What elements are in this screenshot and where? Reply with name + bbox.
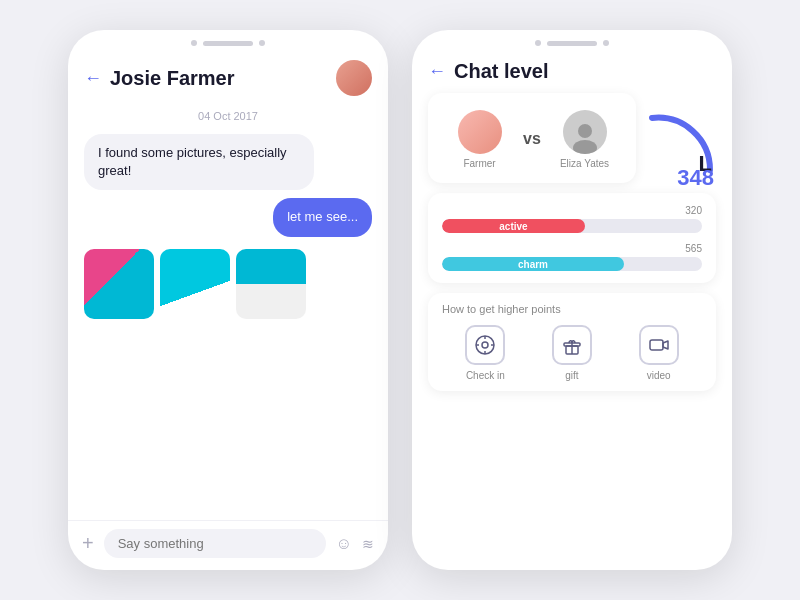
vs-player2: Eliza Yates bbox=[547, 110, 622, 169]
tips-title: How to get higher points bbox=[442, 303, 702, 315]
image-thumb-2[interactable] bbox=[160, 249, 230, 319]
contact-avatar[interactable] bbox=[336, 60, 372, 96]
stat-charm-label: charm bbox=[518, 259, 548, 270]
stats-card: 320 active 565 charm bbox=[428, 193, 716, 283]
avatar-image bbox=[336, 60, 372, 96]
back-arrow-level-icon[interactable]: ← bbox=[428, 61, 446, 82]
image-thumb-1[interactable] bbox=[84, 249, 154, 319]
tip-video-label: video bbox=[647, 370, 671, 381]
chat-input-bar: + ☺ ≋ bbox=[68, 520, 388, 570]
notch-dot-r bbox=[535, 40, 541, 46]
chat-header: ← Josie Farmer bbox=[68, 52, 388, 106]
stat-active-bar-bg: active bbox=[442, 219, 702, 233]
player2-name: Eliza Yates bbox=[560, 158, 609, 169]
stat-charm-bar-fill: charm bbox=[442, 257, 624, 271]
screen-container: ← Josie Farmer 04 Oct 2017 I found some … bbox=[0, 0, 800, 600]
chat-phone: ← Josie Farmer 04 Oct 2017 I found some … bbox=[68, 30, 388, 570]
level-phone: ← Chat level Farmer vs bbox=[412, 30, 732, 570]
notch-bar-r bbox=[547, 41, 597, 46]
svg-point-1 bbox=[573, 140, 597, 154]
level-arc-section: L 348 bbox=[644, 93, 716, 183]
image-thumb-3[interactable] bbox=[236, 249, 306, 319]
tip-gift-label: gift bbox=[565, 370, 578, 381]
level-number-display: 348 bbox=[677, 165, 714, 191]
phone-notch-left bbox=[68, 30, 388, 52]
date-separator: 04 Oct 2017 bbox=[84, 110, 372, 122]
notch-bar bbox=[203, 41, 253, 46]
vs-card: Farmer vs Eliza Yates bbox=[428, 93, 636, 183]
vs-player1: Farmer bbox=[442, 110, 517, 169]
level-number: 348 bbox=[677, 165, 714, 190]
tip-check-in-label: Check in bbox=[466, 370, 505, 381]
svg-point-3 bbox=[482, 342, 488, 348]
stat-active-value: 320 bbox=[442, 205, 702, 216]
level-page-title: Chat level bbox=[454, 60, 716, 83]
stat-active-row: 320 active bbox=[442, 205, 702, 233]
stat-charm-bar-bg: charm bbox=[442, 257, 702, 271]
notch-dot2-r bbox=[603, 40, 609, 46]
notch-dot2 bbox=[259, 40, 265, 46]
player2-avatar bbox=[563, 110, 607, 154]
level-header: ← Chat level bbox=[412, 52, 732, 93]
message-input[interactable] bbox=[104, 529, 326, 558]
player1-avatar bbox=[458, 110, 502, 154]
video-icon bbox=[639, 325, 679, 365]
wave-icon[interactable]: ≋ bbox=[362, 536, 374, 552]
stat-active-bar-fill: active bbox=[442, 219, 585, 233]
gift-icon bbox=[552, 325, 592, 365]
svg-point-0 bbox=[578, 124, 592, 138]
back-arrow-icon[interactable]: ← bbox=[84, 68, 102, 89]
stat-active-label: active bbox=[499, 221, 527, 232]
check-in-icon bbox=[465, 325, 505, 365]
phone-notch-right bbox=[412, 30, 732, 52]
level-content: Farmer vs Eliza Yates bbox=[412, 93, 732, 570]
chat-contact-name: Josie Farmer bbox=[110, 67, 328, 90]
tip-gift[interactable]: gift bbox=[552, 325, 592, 381]
add-attachment-icon[interactable]: + bbox=[82, 532, 94, 555]
sent-message-1: let me see... bbox=[273, 198, 372, 236]
notch-dot bbox=[191, 40, 197, 46]
player1-name: Farmer bbox=[463, 158, 495, 169]
chat-messages-area: 04 Oct 2017 I found some pictures, espec… bbox=[68, 106, 388, 520]
tips-card: How to get higher points bbox=[428, 293, 716, 391]
vs-label: vs bbox=[517, 130, 547, 148]
svg-rect-11 bbox=[650, 340, 663, 350]
tips-icons-row: Check in gift bbox=[442, 325, 702, 381]
image-attachments bbox=[84, 249, 372, 319]
stat-charm-value: 565 bbox=[442, 243, 702, 254]
tip-video[interactable]: video bbox=[639, 325, 679, 381]
emoji-icon[interactable]: ☺ bbox=[336, 535, 352, 553]
stat-charm-row: 565 charm bbox=[442, 243, 702, 271]
tip-check-in[interactable]: Check in bbox=[465, 325, 505, 381]
received-message-1: I found some pictures, especially great! bbox=[84, 134, 314, 190]
